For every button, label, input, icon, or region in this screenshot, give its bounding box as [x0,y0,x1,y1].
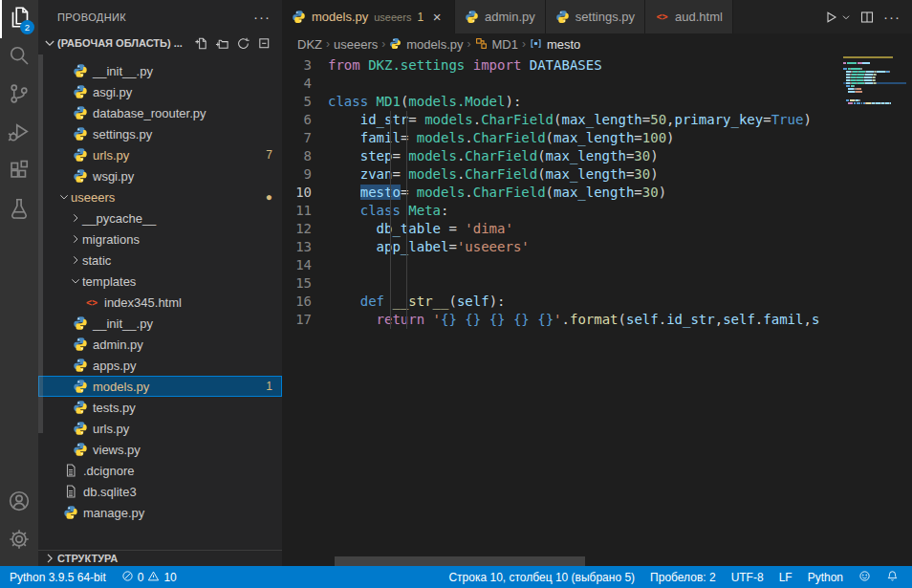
tab-models.py[interactable]: models.pyuseeers1× [282,0,455,33]
python-file-icon [73,84,88,99]
tree-item-label: models.py [93,380,149,394]
tree-item-database_roouter.py[interactable]: database_roouter.py [38,102,282,123]
tree-item-models.py[interactable]: models.py1 [38,376,282,397]
activity-item-search[interactable] [0,38,38,76]
code-editor[interactable]: 3from DKZ.settings import DATABASES45cla… [282,54,912,566]
sidebar-scrollbar[interactable] [38,54,43,433]
tree-item-urls.py[interactable]: urls.py [38,418,282,439]
collapse-all-icon-button[interactable] [255,34,272,52]
minimap-line [843,62,906,64]
activity-item-settings[interactable] [0,522,38,560]
activity-bar-bottom [0,484,38,566]
tree-item-label: db.sqlite3 [83,485,137,499]
tree-item-asgi.py[interactable]: asgi.py [38,81,282,102]
minimap-line [843,79,906,81]
code-line-5[interactable]: 5class MD1(models.Model): [282,93,912,111]
horizontal-scrollbar[interactable] [335,556,585,566]
tree-item-__init__.py[interactable]: __init__.py [38,60,282,81]
code-line-4[interactable]: 4 [282,75,912,93]
code-line-15[interactable]: 15 [282,274,912,293]
activity-item-explorer[interactable]: 2 [0,0,38,38]
tab-close-button[interactable]: × [429,9,445,25]
eol-status[interactable]: LF [771,566,800,588]
problems-badge: ● [266,190,272,204]
split-editor-button[interactable] [857,7,878,28]
code-line-7[interactable]: 7 famil= models.CharField(max_length=100… [282,129,912,147]
activity-item-account[interactable] [0,484,38,522]
tree-item-label: tests.py [93,401,136,415]
tab-label: settings.py [575,10,635,24]
tree-item-views.py[interactable]: views.py [38,439,282,460]
code-line-6[interactable]: 6 id_str= models.CharField(max_length=50… [282,111,912,129]
tree-item-label: urls.py [93,148,129,163]
workspace-section-header[interactable]: (РАБОЧАЯ ОБЛАСТЬ) ... [38,33,282,53]
line-content: def __str__(self): [328,293,505,311]
activity-item-extensions[interactable] [0,153,38,191]
new-file-icon-button[interactable] [192,34,209,52]
activity-item-run-debug[interactable] [0,115,38,153]
tree-item-useeers[interactable]: useeers● [38,186,282,207]
breadcrumb-item-DKZ[interactable]: DKZ [297,37,322,52]
minimap[interactable] [843,54,906,566]
activity-item-source-control[interactable] [0,76,38,115]
activity-item-testing[interactable] [0,191,38,229]
tree-item-apps.py[interactable]: apps.py [38,355,282,376]
tree-item-settings.py[interactable]: settings.py [38,123,282,144]
python-file-icon [73,126,88,142]
code-line-17[interactable]: 17 return '{} {} {} {} {}'.format(self.i… [282,311,912,329]
tree-item-__init__.py[interactable]: __init__.py [38,313,282,334]
python-interpreter-status[interactable]: Python 3.9.5 64-bit [2,566,114,588]
tab-settings.py[interactable]: settings.py [546,0,645,33]
notifications-button[interactable] [879,566,906,588]
run-dropdown-button[interactable] [839,7,853,28]
tab-admin.py[interactable]: admin.py [455,0,546,33]
vscode-window: 2 ПРОВОДНИК ··· (РАБОЧАЯ ОБЛАСТЬ) ... __… [0,0,912,588]
tree-item-__pycache__[interactable]: __pycache__ [38,207,282,229]
outline-section-header[interactable]: СТРУКТУРА [38,550,282,566]
breadcrumb-item-MD1[interactable]: MD1 [475,37,518,52]
cursor-position-label: Строка 10, столбец 10 (выбрано 5) [448,571,635,584]
python-file-icon [73,379,88,394]
new-folder-icon-button[interactable] [213,34,230,52]
indent-guide [390,111,391,329]
breadcrumb-item-models.py[interactable]: models.py [389,37,463,52]
code-line-11[interactable]: 11 class Meta: [282,202,912,220]
code-line-13[interactable]: 13 app_label='useeers' [282,238,912,256]
line-content: step= models.CharField(max_length=30) [328,147,659,165]
tree-item-admin.py[interactable]: admin.py [38,334,282,355]
cursor-position-status[interactable]: Строка 10, столбец 10 (выбрано 5) [441,566,642,588]
tree-item-index345.html[interactable]: <>index345.html [38,292,282,313]
tree-item-.dcignore[interactable]: .dcignore [38,460,282,481]
warning-icon [147,570,160,585]
symbol-class-icon [475,37,489,51]
encoding-status[interactable]: UTF-8 [724,566,771,588]
code-line-12[interactable]: 12 db_table = 'dima' [282,220,912,238]
tree-item-wsgi.py[interactable]: wsgi.py [38,165,282,186]
code-line-9[interactable]: 9 zvan= models.CharField(max_length=30) [282,165,912,184]
tab-aud.html[interactable]: <>aud.html [645,0,733,33]
more-button[interactable]: ··· [881,7,902,28]
code-line-14[interactable]: 14 [282,256,912,274]
indentation-status[interactable]: Пробелов: 2 [642,566,724,588]
breadcrumb-item-mesto[interactable]: mesto [530,37,580,52]
feedback-button[interactable] [851,566,879,588]
tree-item-tests.py[interactable]: tests.py [38,397,282,418]
code-line-10[interactable]: 10 mesto= models.CharField(max_length=30… [282,184,912,202]
breadcrumb-item-useeers[interactable]: useeers [334,37,378,52]
tree-item-static[interactable]: static [38,250,282,271]
python-file-icon [555,10,570,24]
code-line-8[interactable]: 8 step= models.CharField(max_length=30) [282,147,912,165]
explorer-more-actions-button[interactable]: ··· [253,9,271,25]
problems-status[interactable]: 0 10 [114,566,185,588]
tree-item-manage.py[interactable]: manage.py [38,502,282,523]
code-line-3[interactable]: 3from DKZ.settings import DATABASES [282,56,912,75]
tree-item-migrations[interactable]: migrations [38,229,282,250]
tree-item-templates[interactable]: templates [38,271,282,292]
tree-item-urls.py[interactable]: urls.py7 [38,144,282,165]
line-number: 12 [282,220,328,238]
language-mode-status[interactable]: Python [800,566,851,588]
run-button[interactable] [820,7,841,28]
code-line-16[interactable]: 16 def __str__(self): [282,293,912,311]
refresh-icon-button[interactable] [234,34,251,52]
tree-item-db.sqlite3[interactable]: db.sqlite3 [38,481,282,502]
